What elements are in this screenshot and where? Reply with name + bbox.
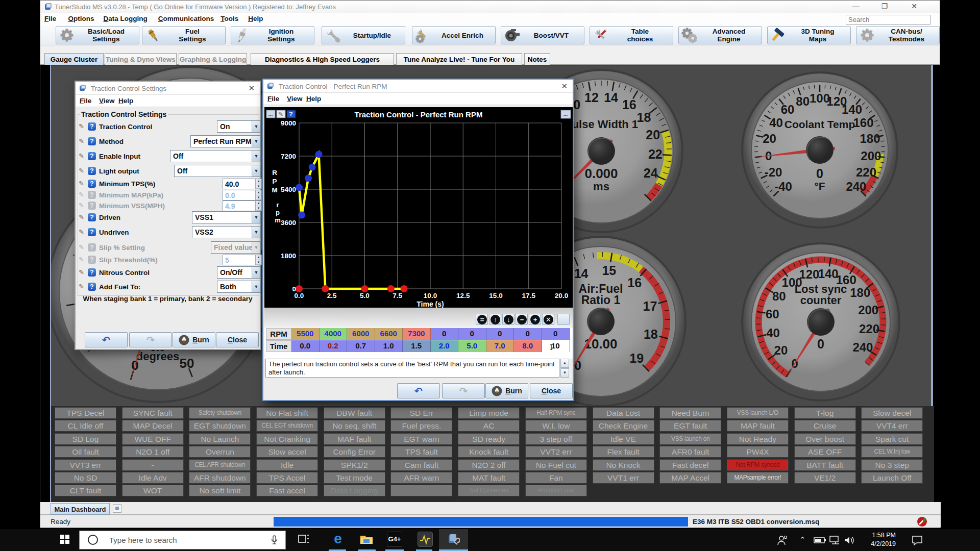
dropdown-arrow-icon[interactable]: ▼	[252, 151, 260, 162]
dialog-title-bar[interactable]: Traction Control Settings ✕	[76, 82, 260, 95]
dropdown-driven[interactable]: VSS1▼	[192, 211, 261, 223]
close-button[interactable]: ✕	[910, 2, 918, 10]
dialog-close-icon[interactable]: ✕	[248, 84, 255, 93]
up-arrow-button[interactable]: ↑	[489, 314, 501, 325]
toolbar-startup-idle[interactable]: Startup/Idle	[322, 26, 405, 44]
blank-button[interactable]	[557, 314, 570, 325]
menu-help[interactable]: Help	[248, 15, 263, 22]
cell-rpm-0[interactable]: 5500	[291, 328, 320, 340]
dropdown-arrow-icon[interactable]: ▼	[252, 136, 260, 147]
search-input[interactable]: Search	[846, 15, 930, 24]
cell-time-2[interactable]: 0.7	[347, 340, 375, 352]
toolbar-3d-tuning-maps[interactable]: 3D TuningMaps	[767, 26, 851, 44]
help-icon[interactable]: ?	[88, 213, 96, 221]
tab-graphing-logging[interactable]: Graphing & Logging	[179, 53, 247, 65]
minus-button[interactable]: −	[516, 314, 528, 325]
toolbar-accel-enrich[interactable]: Accel Enrich	[412, 26, 496, 44]
dialog-close-icon[interactable]: ✕	[561, 82, 568, 91]
toolbar-boost-vvt[interactable]: Boost/VVT	[501, 26, 584, 44]
cell-rpm-2[interactable]: 6000	[347, 328, 375, 340]
cell-rpm-5[interactable]: 0	[431, 328, 459, 340]
cell-rpm-4[interactable]: 7300	[403, 328, 431, 340]
dashboard-tab-icon[interactable]	[113, 504, 121, 513]
dropdown-add-fuel-to-[interactable]: Both▼	[217, 281, 261, 293]
dialog-menu-help[interactable]: Help	[306, 95, 321, 103]
file-explorer-icon[interactable]	[356, 529, 379, 549]
cell-time-5[interactable]: 2.0	[431, 340, 459, 352]
toolbar-advanced-engine[interactable]: AdvancedEngine	[678, 26, 762, 44]
cell-time-6[interactable]: 5.0	[458, 340, 486, 352]
taskbar-search[interactable]: Type here to search	[79, 531, 286, 549]
help-icon[interactable]: ?	[88, 122, 96, 131]
scroll-up-button[interactable]: ▲	[560, 359, 569, 368]
battery-icon[interactable]	[814, 536, 827, 545]
cell-time-1[interactable]: 0.2	[320, 340, 348, 352]
dialog-menu-view[interactable]: View	[287, 95, 303, 103]
cell-time-7[interactable]: 7.0	[486, 340, 514, 352]
menu-data-logging[interactable]: Data Logging	[104, 15, 148, 22]
dropdown-arrow-icon[interactable]: ▼	[252, 212, 260, 223]
dropdown-slip-setting[interactable]: Fixed value▼	[211, 241, 261, 254]
dropdown-traction-control[interactable]: On▼	[217, 120, 261, 133]
task-view-icon[interactable]	[293, 529, 316, 549]
people-icon[interactable]	[776, 534, 789, 546]
g4-app-icon[interactable]: G4+	[384, 529, 406, 549]
cell-rpm-6[interactable]: 0	[458, 328, 486, 340]
help-icon[interactable]: ?	[88, 228, 96, 236]
undo-button[interactable]: ↶	[85, 332, 128, 347]
dropdown-arrow-icon[interactable]: ▼	[252, 165, 260, 177]
dropdown-arrow-icon[interactable]: ▼	[252, 227, 260, 238]
dropdown-arrow-icon[interactable]: ▼	[252, 121, 260, 132]
dialog-menu-view[interactable]: View	[99, 97, 115, 105]
dropdown-method[interactable]: Perfect Run RPM▼	[190, 135, 261, 147]
tab-gauge-cluster[interactable]: Gauge Cluster	[44, 53, 104, 65]
spinner-minimum-tps-[interactable]: 40.0▲▼	[223, 179, 262, 189]
action-center-icon[interactable]	[911, 535, 924, 546]
tunerstudio-app-icon[interactable]	[439, 529, 468, 549]
cell-rpm-9[interactable]: 0	[542, 328, 570, 340]
tab-tune-analyze-live-tune-for-you[interactable]: Tune Analyze Live! - Tune For You	[396, 53, 522, 65]
mlv-app-icon[interactable]	[414, 529, 437, 549]
menu-file[interactable]: File	[44, 15, 56, 22]
rpm-time-chart[interactable]: 0180036005400720090000.02.55.07.510.012.…	[264, 107, 573, 308]
toolbar-ignition-settings[interactable]: IgnitionSettings	[231, 26, 314, 44]
tab-tuning-dyno-views[interactable]: Tuning & Dyno Views	[105, 53, 177, 65]
close-button[interactable]: Close	[216, 332, 259, 347]
dialog-menu-file[interactable]: File	[267, 95, 279, 103]
toolbar-fuel-settings[interactable]: FuelSettings	[142, 26, 226, 44]
edge-icon[interactable]: e	[327, 529, 349, 549]
cell-rpm-3[interactable]: 6600	[375, 328, 403, 340]
help-icon[interactable]: ?	[88, 191, 96, 199]
start-button[interactable]	[54, 529, 76, 549]
dropdown-arrow-icon[interactable]: ▼	[252, 242, 260, 253]
toolbar-can-bus-testmodes[interactable]: CAN-bus/Testmodes	[856, 26, 940, 44]
mic-icon[interactable]	[270, 535, 278, 547]
help-icon[interactable]: ?	[88, 137, 96, 145]
restore-button[interactable]: ❐	[880, 2, 889, 10]
cell-rpm-1[interactable]: 4000	[320, 328, 348, 340]
toolbar-table-choices[interactable]: Tablechoices	[590, 26, 673, 44]
cell-time-4[interactable]: 1.5	[403, 340, 431, 352]
dropdown-enable-input[interactable]: Off▼	[170, 150, 261, 162]
help-icon[interactable]: ?	[88, 268, 96, 277]
minimize-button[interactable]: —	[852, 2, 860, 10]
menu-communications[interactable]: Communications	[158, 15, 214, 22]
dropdown-undriven[interactable]: VSS2▼	[192, 226, 261, 238]
menu-tools[interactable]: Tools	[220, 15, 238, 22]
cell-time-3[interactable]: 1.0	[375, 340, 403, 352]
cell-time-9[interactable]: 10I	[542, 340, 570, 352]
network-icon[interactable]	[829, 535, 842, 545]
down-arrow-button[interactable]: ↓	[502, 314, 514, 325]
help-icon[interactable]: ?	[88, 180, 96, 188]
help-icon[interactable]: ?	[88, 167, 96, 175]
dialog-title-bar[interactable]: Traction Control - Perfect Run RPM ✕	[263, 80, 573, 93]
redo-button[interactable]: ↷	[129, 332, 172, 347]
close-button[interactable]: Close	[530, 383, 573, 398]
cell-rpm-7[interactable]: 0	[486, 328, 514, 340]
tray-chevron-icon[interactable]: ⌃	[799, 535, 806, 544]
dropdown-arrow-icon[interactable]: ▼	[252, 281, 260, 292]
help-icon[interactable]: ?	[88, 202, 96, 210]
redo-button[interactable]: ↷	[442, 383, 485, 398]
dropdown-light-output[interactable]: Off▼	[174, 165, 261, 177]
toolbar-basic-load-settings[interactable]: Basic/LoadSettings	[56, 26, 139, 44]
